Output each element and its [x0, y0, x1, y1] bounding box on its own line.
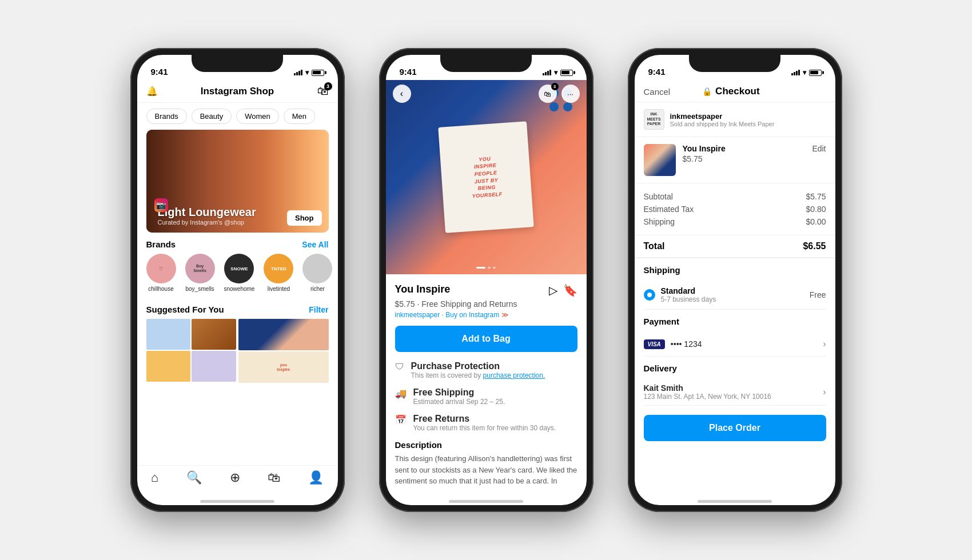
standard-shipping-option[interactable]: Standard 5-7 business days Free [644, 281, 826, 310]
suggested-cell-2[interactable] [192, 319, 236, 350]
bell-icon[interactable]: 🔔 [146, 86, 158, 97]
filter-beauty[interactable]: Beauty [192, 109, 232, 124]
free-shipping-feature: 🚚 Free Shipping Estimated arrival Sep 22… [395, 387, 577, 406]
home-nav-icon[interactable]: ⌂ [151, 470, 158, 485]
brand-name-livetinted: livetinted [268, 286, 290, 292]
notch-2 [440, 55, 532, 72]
filter-men[interactable]: Men [284, 109, 315, 124]
bag-button-p2[interactable]: 🛍 3 [539, 85, 557, 103]
address-chevron-icon: › [823, 387, 826, 397]
suggested-cell-3[interactable] [146, 351, 191, 382]
bag-button[interactable]: 🛍 3 [317, 85, 329, 98]
buy-on-instagram-link[interactable]: Buy on Instagram [445, 311, 499, 319]
brand-name-chillhouse: chillhouse [148, 286, 173, 292]
share-icon[interactable]: ▷ [549, 283, 557, 297]
product-features: 🛡 Purchase Protection This item is cover… [395, 361, 577, 432]
shipping-price: Free [810, 290, 826, 299]
description-title: Description [395, 440, 577, 450]
filter-brands[interactable]: Brands [146, 109, 187, 124]
product-top-actions: 🛍 3 ··· [539, 85, 580, 103]
delivery-section: Delivery Kait Smith 123 Main St. Apt 1A,… [635, 357, 835, 406]
search-nav-icon[interactable]: 🔍 [186, 470, 202, 485]
free-returns-sub: You can return this item for free within… [413, 424, 556, 432]
price-summary: Subtotal $5.75 Estimated Tax $0.80 Shipp… [635, 183, 835, 235]
shop-nav-icon[interactable]: 🛍 [268, 470, 280, 485]
tax-row: Estimated Tax $0.80 [644, 203, 826, 215]
status-time-1: 9:41 [151, 67, 168, 77]
shop-button[interactable]: Shop [287, 210, 322, 226]
add-to-bag-button[interactable]: Add to Bag [395, 326, 577, 352]
purchase-protection-title: Purchase Protection [411, 361, 545, 371]
purchase-protection-sub: This item is covered by purchase protect… [411, 371, 545, 379]
place-order-button[interactable]: Place Order [644, 415, 826, 441]
brand-chillhouse[interactable]: ♡ chillhouse [146, 254, 176, 292]
bookmark-icon[interactable]: 🔖 [563, 283, 577, 297]
hero-title: Light Loungewear [158, 206, 256, 219]
status-icons-2: ▾ [543, 69, 573, 77]
brand-snowe[interactable]: SNOWE snowehome [224, 254, 255, 292]
seller-logo: INKMEETSPAPER [644, 109, 664, 130]
brand-livetinted[interactable]: TNTED livetinted [264, 254, 293, 292]
visa-logo: VISA [644, 339, 665, 349]
brand-circle-boysmells: BoySmells [185, 254, 215, 283]
brands-header: Brands See All [137, 233, 338, 254]
suggested-left-grid [146, 319, 237, 382]
chevron-icon: › [823, 339, 826, 349]
dot-3 [493, 267, 496, 269]
filter-link[interactable]: Filter [309, 305, 328, 314]
phone-1: 9:41 ▾ 🔔 Instagram Shop 🛍 [130, 48, 345, 512]
suggested-cell-5[interactable] [238, 319, 329, 350]
free-shipping-sub: Estimated arrival Sep 22 – 25. [413, 398, 505, 406]
dot-2 [488, 267, 491, 269]
brand-boysmells[interactable]: BoySmells boy_smells [185, 254, 215, 292]
seller-sub: Sold and shipped by Ink Meets Paper [670, 121, 826, 127]
seller-row: INKMEETSPAPER inkmeetspaper Sold and shi… [635, 102, 835, 137]
delivery-address-row[interactable]: Kait Smith 123 Main St. Apt 1A, New York… [644, 379, 826, 406]
profile-nav-icon[interactable]: 👤 [308, 470, 324, 485]
subtotal-value: $5.75 [806, 192, 826, 201]
free-returns-text: Free Returns You can return this item fo… [413, 414, 556, 432]
hero-sub: Curated by Instagram's @shop [158, 219, 256, 226]
product-seller: inkmeetspaper · Buy on Instagram ≫ [395, 311, 577, 319]
brand-circle-chillhouse: ♡ [146, 254, 176, 283]
shipping-radio [644, 289, 655, 301]
home-indicator-3 [698, 500, 772, 503]
free-returns-feature: 📅 Free Returns You can return this item … [395, 414, 577, 432]
product-price: $5.75 · Free Shipping and Returns [395, 299, 577, 309]
phone-2: 9:41 ▾ [379, 48, 593, 512]
see-all-link[interactable]: See All [302, 240, 328, 249]
checkout-title-group: 🔒 Checkout [702, 86, 759, 97]
shipping-label: Shipping [644, 217, 675, 226]
subtotal-row: Subtotal $5.75 [644, 190, 826, 203]
seller-name: inkmeetspaper [670, 112, 826, 121]
cancel-button[interactable]: Cancel [644, 87, 671, 97]
brand-richer[interactable]: richer [302, 254, 332, 292]
bottom-nav-1: ⌂ 🔍 ⊕ 🛍 👤 [137, 465, 338, 497]
shipping-days: 5-7 business days [661, 295, 804, 303]
back-button[interactable]: ‹ [393, 85, 411, 103]
signal-icon-1 [294, 70, 302, 75]
shield-icon: 🛡 [395, 362, 404, 372]
total-value: $6.55 [803, 241, 826, 251]
recipient-address: 123 Main St. Apt 1A, New York, NY 10016 [644, 393, 823, 401]
suggested-cell-1[interactable] [146, 319, 191, 350]
edit-button[interactable]: Edit [812, 144, 826, 153]
suggested-grid: youinspire [137, 319, 338, 382]
suggested-title: Suggested For You [146, 305, 224, 314]
more-button-p2[interactable]: ··· [561, 85, 580, 103]
filter-women[interactable]: Women [236, 109, 279, 124]
purchase-protection-link[interactable]: purchase protection. [483, 371, 545, 379]
brands-title: Brands [146, 239, 176, 249]
suggested-cell-6[interactable]: youinspire [238, 351, 329, 383]
add-nav-icon[interactable]: ⊕ [230, 470, 240, 485]
hero-image: 📷 Light Loungewear Curated by Instagram'… [146, 130, 329, 233]
brand-circle-livetinted: TNTED [264, 254, 293, 283]
item-img-bg [644, 144, 676, 176]
payment-row[interactable]: VISA •••• 1234 › [644, 332, 826, 357]
more-icon: ··· [567, 90, 573, 98]
suggested-cell-4[interactable] [192, 351, 236, 382]
item-price: $5.75 [683, 154, 806, 163]
top-nav-1: 🔔 Instagram Shop 🛍 3 [137, 80, 338, 103]
shipping-section: Shipping Standard 5-7 business days Free [635, 258, 835, 310]
filter-row: Brands Beauty Women Men [137, 103, 338, 130]
